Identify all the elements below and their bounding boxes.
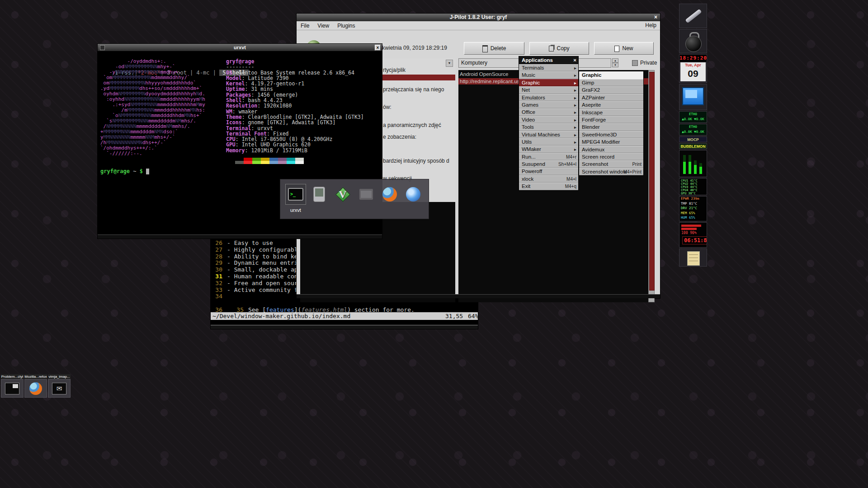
miniaturize-icon[interactable]	[100, 45, 105, 50]
spin-up-icon[interactable]: ▲	[612, 58, 618, 63]
menu-item[interactable]: Gimp	[579, 79, 643, 86]
close-icon[interactable]: ×	[653, 14, 659, 20]
menu-item[interactable]: Music▸	[519, 71, 578, 79]
iconbar-item-gvim[interactable]: V	[332, 184, 353, 205]
miniwindow-icon-area: ✉	[48, 379, 71, 398]
menu-item[interactable]: Terminals▸	[519, 64, 578, 71]
terminal-titlebar[interactable]: urxvt ×	[98, 44, 382, 51]
dock-tile-battery[interactable]: 100 90% 06:51:8	[679, 222, 707, 248]
private-checkbox[interactable]	[632, 60, 638, 66]
memo-text-fragment: e zobaczenia:	[383, 134, 416, 140]
net-traffic: ▲0.0K ▼0.0K	[679, 129, 707, 134]
terminal-resizebar[interactable]	[98, 235, 382, 239]
menu-item[interactable]: Inkscape	[579, 109, 643, 116]
shell-prompt: gryf@rage ~ $	[100, 168, 149, 174]
menu-item[interactable]: ExitM4+q	[519, 183, 578, 190]
record-list-scrollbar[interactable]	[648, 70, 655, 302]
menu-item[interactable]: Poweroff	[519, 168, 578, 175]
miniwindow-firefox[interactable]: Mozilla...refox	[24, 374, 47, 398]
graphic-submenu-title[interactable]: Graphic	[579, 71, 643, 79]
menu-item[interactable]: AZPainter	[579, 94, 643, 101]
delete-button[interactable]: Delete	[464, 42, 524, 55]
dock-tile-app[interactable]	[679, 29, 707, 53]
menu-item[interactable]: Aseprite	[579, 101, 643, 108]
copy-icon	[549, 46, 554, 52]
kettlebell-icon	[685, 36, 702, 52]
mixer-bar[interactable]	[694, 160, 697, 174]
menu-item[interactable]: Video▸	[519, 116, 578, 123]
sensor-line: EPWR 239m	[679, 197, 707, 202]
dock-tile-cpu-temp[interactable]: CPU1 41°CCPU2 44°CCPU3 44°CCPU4 40°CGPU …	[679, 178, 707, 195]
mixer-bar[interactable]	[699, 163, 702, 174]
menu-item[interactable]: FontForge	[579, 116, 643, 123]
menu-item[interactable]: Blender	[579, 123, 643, 131]
palette-swatch	[295, 158, 304, 161]
copy-button[interactable]: Copy	[529, 42, 589, 55]
menu-item[interactable]: Office▸	[519, 108, 578, 116]
dock-tile-clock[interactable]: 18:29:20 Tue, Apr 09	[679, 54, 707, 83]
menu-item[interactable]: Screen record	[579, 153, 643, 160]
iconbar-item-image-viewer[interactable]	[356, 184, 377, 205]
dock-tile-mixer[interactable]	[679, 150, 707, 177]
menubar-item[interactable]: File	[297, 22, 313, 30]
miniwindow-icon-area	[1, 379, 24, 398]
dock-tile-net2[interactable]: ETH0 ▲0.0K ▼0.0K	[679, 124, 707, 136]
jpilot-resizebar[interactable]	[297, 294, 660, 298]
vim-statusline: ~/Devel/window-maker.github.io/index.md …	[211, 312, 478, 320]
menu-item[interactable]: SweetHome3D	[579, 131, 643, 138]
menu-item[interactable]: ScreenshotPrint	[579, 160, 643, 168]
miniwindow-vimja[interactable]: vimja_imap... ✉	[48, 374, 71, 398]
iconbar-item-urxvt[interactable]: >_	[285, 184, 306, 205]
menubar-item[interactable]: Plugins	[333, 22, 359, 30]
menubar-item[interactable]: View	[313, 22, 333, 30]
dock-tile-net1[interactable]: ETH0 ▲0.0K ▼0.0K	[679, 111, 707, 123]
vim-resizebar[interactable]	[211, 325, 478, 329]
menu-item[interactable]: WMaker▸	[519, 145, 578, 153]
chevron-down-icon[interactable]: ▼	[446, 60, 453, 67]
miniwindow-problem[interactable]: Problem...ctyl	[1, 374, 24, 398]
menu-item[interactable]: Graphic▸	[519, 79, 578, 86]
menu-item[interactable]: xlockM4+l	[519, 175, 578, 183]
close-icon[interactable]: ×	[573, 56, 576, 64]
iconbar-item-browser[interactable]	[403, 184, 424, 205]
new-button[interactable]: New	[594, 42, 654, 55]
vim-icon: V	[335, 186, 351, 202]
app-icon-panel: >_ V urxvt	[280, 179, 429, 219]
menu-item[interactable]: Tools▸	[519, 123, 578, 131]
dock-tile-notes[interactable]	[679, 249, 707, 267]
applications-menu-title[interactable]: Applications ×	[519, 56, 578, 64]
menu-item[interactable]: Run...M4+r	[519, 153, 578, 160]
menu-item[interactable]: Virtual Machines▸	[519, 131, 578, 138]
mail-terminal-icon: ✉	[52, 383, 66, 394]
tool-icon	[685, 9, 702, 23]
menu-item[interactable]: MPEG4 Modifier	[579, 138, 643, 145]
menu-item[interactable]: Utils▸	[519, 138, 578, 145]
menu-item[interactable]: SusupendSh+M4+l	[519, 160, 578, 168]
iconbar-item-firefox[interactable]	[379, 184, 400, 205]
menu-item[interactable]: Screenshot windowM4+Print	[579, 168, 643, 175]
mixer-bar[interactable]	[689, 155, 691, 174]
palette-swatch	[244, 158, 252, 161]
menu-item[interactable]: Avidemux	[579, 146, 643, 153]
mixer-bar[interactable]	[683, 155, 686, 174]
terminal-color-palette	[235, 158, 304, 164]
screen-tab[interactable]	[216, 70, 219, 76]
cpu-temp-line: GPU 30°C	[679, 192, 707, 195]
dock-tile-sensors[interactable]: EPWR 239mTMP 81°CDRV 21°CMEM 65%HUM 65%	[679, 196, 707, 221]
dock-tile-monitor[interactable]	[679, 84, 707, 110]
mocp-label: MOCP	[679, 137, 707, 142]
dock-tile-clip[interactable]	[679, 4, 707, 28]
palette-swatch	[252, 158, 261, 161]
menu-item[interactable]: GraFX2	[579, 86, 643, 94]
dock-tile-mocp[interactable]: MOCP	[679, 136, 707, 142]
close-icon[interactable]: ×	[375, 45, 381, 51]
jpilot-titlebar[interactable]: J-Pilot 1.8.2 User: gryf ×	[297, 14, 660, 21]
menubar-item-help[interactable]: Help	[645, 21, 656, 30]
menu-item[interactable]: Net▸	[519, 86, 578, 94]
scrollbar-thumb[interactable]	[649, 72, 655, 291]
dock-tile-bubblemon[interactable]: BUBBLEMON	[679, 143, 707, 149]
iconbar-item-palm[interactable]	[309, 184, 330, 205]
menu-item[interactable]: Emulators▸	[519, 94, 578, 101]
menu-item[interactable]: Games▸	[519, 101, 578, 108]
spin-down-icon[interactable]: ▼	[612, 63, 618, 67]
